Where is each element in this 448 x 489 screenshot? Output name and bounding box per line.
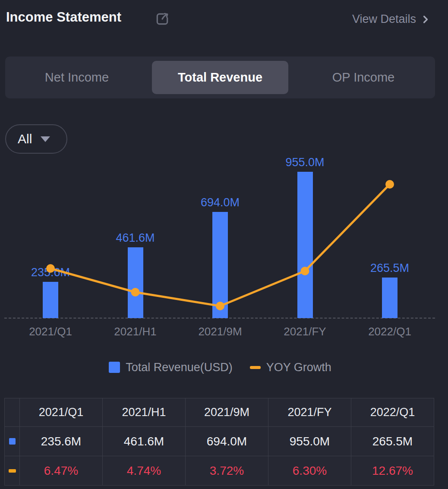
revenue-bar[interactable] — [297, 172, 313, 318]
table-value-cell: 694.0M — [186, 427, 268, 456]
bar-series-swatch — [9, 438, 16, 445]
table-value-cell: 6.47% — [20, 456, 103, 486]
x-axis-label: 2022/Q1 — [351, 325, 429, 338]
revenue-table: 2021/Q12021/H12021/9M2021/FY2022/Q1235.6… — [4, 398, 434, 486]
yoy-growth-point[interactable] — [301, 267, 309, 275]
chevron-right-icon — [420, 14, 431, 25]
table-header-cell: 2021/H1 — [103, 398, 186, 427]
yoy-growth-point[interactable] — [46, 264, 55, 273]
bar-value-label: 461.6M — [101, 231, 170, 244]
table-value-cell: 4.74% — [103, 456, 186, 486]
yoy-growth-point[interactable] — [216, 302, 224, 310]
yoy-growth-polyline — [50, 184, 390, 306]
page-title: Income Statement — [6, 9, 121, 25]
chart-legend: Total Revenue(USD)YOY Growth — [5, 360, 435, 375]
line-series-swatch — [250, 366, 261, 369]
legend-label: YOY Growth — [266, 361, 331, 374]
bar-value-label: 265.5M — [355, 262, 424, 274]
tab-label: Total Revenue — [178, 70, 262, 85]
x-axis-label: 2021/H1 — [97, 325, 174, 338]
metric-tab-bar: Net IncomeTotal RevenueOP Income — [5, 57, 435, 98]
table-row-swatch-cell — [5, 427, 20, 456]
bar-value-label: 694.0M — [186, 196, 255, 209]
tab-net-income[interactable]: Net Income — [9, 61, 145, 94]
yoy-growth-point[interactable] — [385, 180, 394, 189]
view-details-label: View Details — [352, 13, 416, 26]
table-row-swatch-cell — [5, 456, 20, 486]
tab-total-revenue[interactable]: Total Revenue — [152, 61, 288, 94]
tab-label: OP Income — [332, 70, 395, 85]
period-filter-value: All — [18, 132, 32, 146]
table-value-cell: 3.72% — [186, 456, 268, 486]
tab-op-income[interactable]: OP Income — [295, 61, 432, 94]
table-header-cell: 2021/9M — [186, 398, 268, 427]
revenue-bar[interactable] — [382, 278, 398, 318]
legend-item-yoy: YOY Growth — [250, 361, 331, 374]
view-details-link[interactable]: View Details — [352, 13, 431, 26]
revenue-bar[interactable] — [43, 282, 58, 318]
table-value-cell: 6.30% — [268, 456, 351, 486]
table-value-cell: 265.5M — [351, 427, 434, 456]
edit-icon[interactable] — [154, 10, 171, 28]
table-corner-cell — [5, 398, 20, 427]
chevron-down-icon — [41, 136, 50, 142]
bar-series-swatch — [109, 362, 120, 373]
table-value-cell: 461.6M — [103, 427, 186, 456]
revenue-bar[interactable] — [128, 247, 143, 318]
table-value-cell: 955.0M — [268, 427, 351, 456]
table-header-cell: 2022/Q1 — [351, 398, 434, 427]
table-value-cell: 12.67% — [351, 456, 434, 486]
chart-baseline — [4, 318, 435, 319]
bar-value-label: 235.6M — [16, 266, 85, 279]
legend-label: Total Revenue(USD) — [126, 361, 233, 374]
x-axis-label: 2021/9M — [181, 325, 259, 338]
tab-label: Net Income — [45, 70, 109, 85]
revenue-bar[interactable] — [212, 212, 228, 318]
table-header-cell: 2021/FY — [268, 398, 351, 427]
legend-item-revenue: Total Revenue(USD) — [109, 361, 233, 374]
yoy-growth-point[interactable] — [131, 288, 140, 297]
x-axis-label: 2021/FY — [266, 325, 344, 338]
income-statement-panel: Income Statement View Details Net Income… — [0, 0, 448, 489]
x-axis-label: 2021/Q1 — [12, 325, 89, 338]
period-filter-dropdown[interactable]: All — [5, 124, 67, 154]
table-header-cell: 2021/Q1 — [20, 398, 103, 427]
bar-value-label: 955.0M — [271, 156, 340, 169]
table-value-cell: 235.6M — [20, 427, 103, 456]
line-series-swatch — [9, 469, 16, 473]
